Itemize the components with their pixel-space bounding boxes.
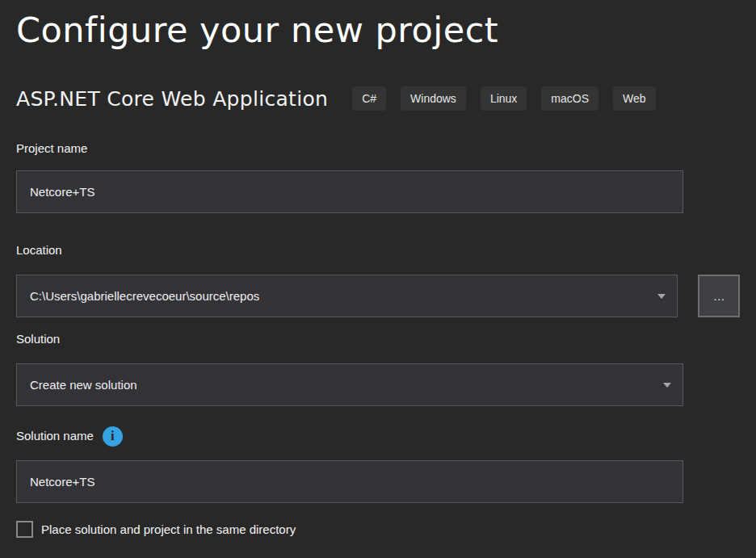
project-name-input[interactable] [16,170,683,213]
chevron-down-icon [657,294,666,299]
same-directory-label: Place solution and project in the same d… [41,522,296,536]
solution-value: Create new solution [30,378,137,392]
tag-windows: Windows [401,86,466,111]
same-directory-checkbox[interactable] [16,521,33,538]
location-combobox[interactable]: C:\Users\gabriellecrevecoeur\source\repo… [16,275,678,317]
info-icon[interactable]: i [103,426,123,447]
template-name: ASP.NET Core Web Application [16,87,328,111]
project-name-label: Project name [16,141,740,157]
info-icon-glyph: i [111,429,115,443]
location-label: Location [16,242,740,258]
solution-name-input[interactable] [16,460,683,503]
tag-macos: macOS [541,86,598,111]
configure-project-dialog: Configure your new project ASP.NET Core … [0,8,756,538]
tag-web: Web [613,86,656,111]
template-row: ASP.NET Core Web Application C# Windows … [16,86,740,111]
location-value: C:\Users\gabriellecrevecoeur\source\repo… [30,289,259,303]
page-title: Configure your new project [16,8,740,52]
solution-combobox[interactable]: Create new solution [16,363,683,406]
same-directory-row: Place solution and project in the same d… [16,521,740,538]
solution-label: Solution [16,331,740,347]
location-row: C:\Users\gabriellecrevecoeur\source\repo… [16,258,740,317]
browse-button[interactable]: … [698,275,740,317]
chevron-down-icon [663,383,671,388]
solution-name-label: Solution name [16,428,94,444]
tag-linux: Linux [481,86,527,111]
tag-csharp: C# [352,86,386,111]
solution-name-label-row: Solution name i [16,426,740,447]
